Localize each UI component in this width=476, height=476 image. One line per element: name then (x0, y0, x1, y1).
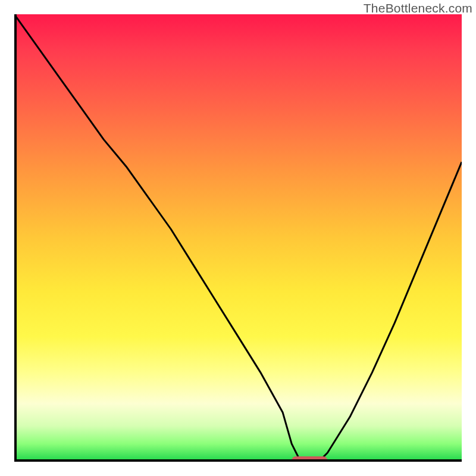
plot-background (14, 14, 462, 462)
chart-container: TheBottleneck.com (0, 0, 476, 476)
watermark-text: TheBottleneck.com (364, 1, 472, 15)
